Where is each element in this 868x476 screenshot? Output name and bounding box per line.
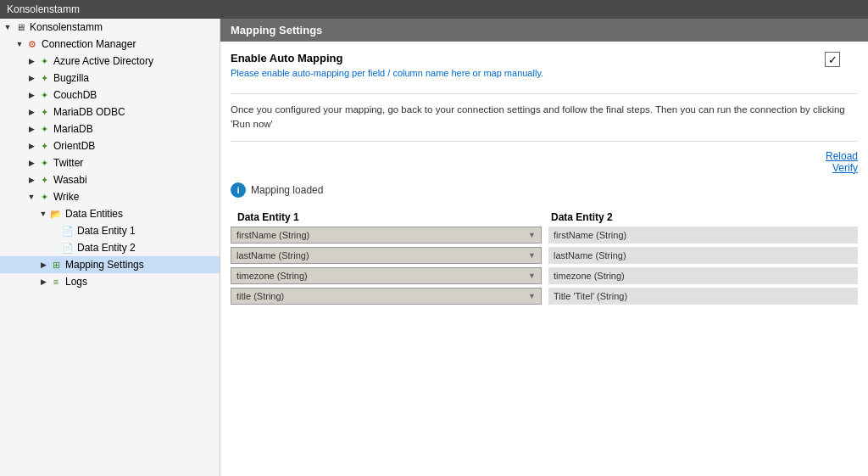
reload-link[interactable]: Reload bbox=[826, 150, 858, 162]
expand-icon-connection-manager[interactable]: ▼ bbox=[14, 38, 25, 50]
sidebar-item-orientdb[interactable]: ▶✦OrientDB bbox=[0, 137, 220, 154]
node-icon-logs: ≡ bbox=[49, 275, 63, 288]
sidebar-label-couchdb: CouchDB bbox=[53, 89, 97, 101]
col-header-right: Data Entity 2 bbox=[544, 208, 858, 227]
action-links: Reload Verify bbox=[231, 150, 858, 174]
panel-title: Mapping Settings bbox=[231, 24, 322, 36]
sidebar-item-root[interactable]: ▼🖥Konsolenstamm bbox=[0, 19, 220, 36]
expand-icon-mapping-settings[interactable]: ▶ bbox=[37, 259, 49, 271]
auto-mapping-desc: Please enable auto-mapping per field / c… bbox=[231, 68, 807, 78]
expand-icon-twitter[interactable]: ▶ bbox=[25, 157, 37, 169]
expand-icon-root[interactable]: ▼ bbox=[2, 21, 14, 33]
title-bar: Konsolenstamm bbox=[0, 0, 868, 19]
expand-icon-mariadb[interactable]: ▶ bbox=[25, 123, 37, 135]
expand-icon-bugzilla[interactable]: ▶ bbox=[25, 72, 37, 84]
sidebar-label-data-entity-1: Data Entity 1 bbox=[77, 225, 136, 237]
mapping-row: firstName (String)▼firstName (String) bbox=[231, 227, 858, 244]
node-icon-orientdb: ✦ bbox=[37, 139, 51, 153]
mapping-status-row: i Mapping loaded bbox=[231, 182, 858, 198]
sidebar-item-wrike[interactable]: ▼✦Wrike bbox=[0, 188, 220, 205]
sidebar-item-wasabi[interactable]: ▶✦Wasabi bbox=[0, 171, 220, 188]
mapping-left-select-3[interactable]: title (String)▼ bbox=[231, 288, 542, 305]
expand-icon-data-entities[interactable]: ▼ bbox=[37, 208, 49, 220]
expand-icon-data-entity-1 bbox=[49, 225, 61, 237]
expand-icon-couchdb[interactable]: ▶ bbox=[25, 89, 37, 101]
mapping-header-row: Data Entity 1 Data Entity 2 bbox=[231, 208, 858, 227]
sidebar-label-mariadb: MariaDB bbox=[53, 123, 93, 135]
mapping-left-select-0[interactable]: firstName (String)▼ bbox=[231, 227, 542, 244]
main-panel: Mapping Settings Enable Auto Mapping Ple… bbox=[220, 19, 868, 476]
sidebar-label-wrike: Wrike bbox=[53, 191, 79, 203]
sidebar-label-logs: Logs bbox=[65, 276, 87, 288]
mapping-right-value-1: lastName (String) bbox=[548, 247, 858, 264]
node-icon-azure-ad: ✦ bbox=[37, 54, 51, 68]
sidebar-item-data-entity-1[interactable]: 📄Data Entity 1 bbox=[0, 222, 220, 239]
info-icon: i bbox=[231, 182, 246, 198]
app-container: Konsolenstamm ▼🖥Konsolenstamm▼⚙Connectio… bbox=[0, 0, 868, 476]
mapping-right-value-0: firstName (String) bbox=[548, 227, 858, 244]
sidebar-item-twitter[interactable]: ▶✦Twitter bbox=[0, 154, 220, 171]
sidebar-label-azure-ad: Azure Active Directory bbox=[53, 55, 153, 67]
select-arrow-left-3: ▼ bbox=[528, 292, 536, 300]
select-arrow-left-1: ▼ bbox=[528, 251, 536, 260]
node-icon-root: 🖥 bbox=[14, 20, 27, 34]
verify-link[interactable]: Verify bbox=[832, 162, 858, 174]
mapping-status-text: Mapping loaded bbox=[251, 184, 323, 196]
expand-icon-wasabi[interactable]: ▶ bbox=[25, 174, 37, 186]
sidebar-label-bugzilla: Bugzilla bbox=[53, 72, 89, 84]
expand-icon-orientdb[interactable]: ▶ bbox=[25, 140, 37, 152]
mapping-row: timezone (String)▼timezone (String) bbox=[231, 267, 858, 284]
node-icon-mapping-settings: ⊞ bbox=[49, 258, 63, 272]
sidebar-label-data-entity-2: Data Entity 2 bbox=[77, 242, 136, 254]
sidebar-label-connection-manager: Connection Manager bbox=[42, 38, 136, 50]
select-arrow-left-2: ▼ bbox=[528, 272, 536, 280]
sidebar-label-mapping-settings: Mapping Settings bbox=[65, 259, 144, 271]
sidebar-item-bugzilla[interactable]: ▶✦Bugzilla bbox=[0, 70, 220, 87]
main-content: ▼🖥Konsolenstamm▼⚙Connection Manager▶✦Azu… bbox=[0, 19, 868, 476]
mapping-left-value-1: lastName (String) bbox=[236, 250, 309, 260]
expand-icon-wrike[interactable]: ▼ bbox=[25, 191, 37, 203]
node-icon-wasabi: ✦ bbox=[37, 173, 51, 187]
sidebar: ▼🖥Konsolenstamm▼⚙Connection Manager▶✦Azu… bbox=[0, 19, 220, 476]
sidebar-item-connection-manager[interactable]: ▼⚙Connection Manager bbox=[0, 36, 220, 53]
sidebar-item-mapping-settings[interactable]: ▶⊞Mapping Settings bbox=[0, 256, 220, 273]
node-icon-data-entity-1: 📄 bbox=[61, 224, 75, 238]
panel-header: Mapping Settings bbox=[220, 19, 868, 42]
sidebar-item-data-entity-2[interactable]: 📄Data Entity 2 bbox=[0, 239, 220, 256]
auto-mapping-section: Enable Auto Mapping Please enable auto-m… bbox=[231, 52, 858, 94]
mapping-left-select-2[interactable]: timezone (String)▼ bbox=[231, 267, 542, 284]
sidebar-label-twitter: Twitter bbox=[53, 157, 83, 169]
sidebar-item-mariadb[interactable]: ▶✦MariaDB bbox=[0, 120, 220, 137]
expand-icon-mariadb-odbc[interactable]: ▶ bbox=[25, 106, 37, 118]
mapping-rows-container: firstName (String)▼firstName (String)las… bbox=[231, 227, 858, 305]
sidebar-item-couchdb[interactable]: ▶✦CouchDB bbox=[0, 87, 220, 104]
sidebar-item-mariadb-odbc[interactable]: ▶✦MariaDB ODBC bbox=[0, 104, 220, 120]
node-icon-wrike: ✦ bbox=[37, 190, 51, 204]
expand-icon-azure-ad[interactable]: ▶ bbox=[25, 55, 37, 67]
expand-icon-data-entity-2 bbox=[49, 242, 61, 254]
expand-icon-logs[interactable]: ▶ bbox=[37, 276, 49, 288]
mapping-left-value-0: firstName (String) bbox=[236, 230, 309, 240]
mapping-left-value-2: timezone (String) bbox=[236, 271, 308, 281]
mapping-row: lastName (String)▼lastName (String) bbox=[231, 247, 858, 264]
sidebar-item-data-entities[interactable]: ▼📂Data Entities bbox=[0, 205, 220, 222]
mapping-left-select-1[interactable]: lastName (String)▼ bbox=[231, 247, 542, 264]
sidebar-label-data-entities: Data Entities bbox=[65, 208, 123, 220]
sidebar-label-orientdb: OrientDB bbox=[53, 140, 95, 152]
sidebar-item-azure-ad[interactable]: ▶✦Azure Active Directory bbox=[0, 53, 220, 70]
auto-mapping-left: Enable Auto Mapping Please enable auto-m… bbox=[231, 52, 807, 85]
sidebar-label-mariadb-odbc: MariaDB ODBC bbox=[53, 106, 125, 118]
col-header-left: Data Entity 1 bbox=[231, 208, 544, 227]
mapping-left-value-3: title (String) bbox=[236, 291, 284, 301]
sidebar-label-root: Konsolenstamm bbox=[30, 21, 103, 33]
node-icon-mariadb: ✦ bbox=[37, 122, 51, 136]
node-icon-connection-manager: ⚙ bbox=[25, 37, 39, 51]
auto-mapping-checkbox[interactable] bbox=[825, 52, 840, 67]
node-icon-twitter: ✦ bbox=[37, 156, 51, 170]
select-arrow-left-0: ▼ bbox=[528, 231, 536, 239]
mapping-row: title (String)▼Title 'Titel' (String) bbox=[231, 288, 858, 305]
node-icon-mariadb-odbc: ✦ bbox=[37, 105, 51, 119]
node-icon-data-entity-2: 📄 bbox=[61, 241, 75, 255]
panel-body: Enable Auto Mapping Please enable auto-m… bbox=[220, 42, 868, 476]
sidebar-item-logs[interactable]: ▶≡Logs bbox=[0, 273, 220, 290]
